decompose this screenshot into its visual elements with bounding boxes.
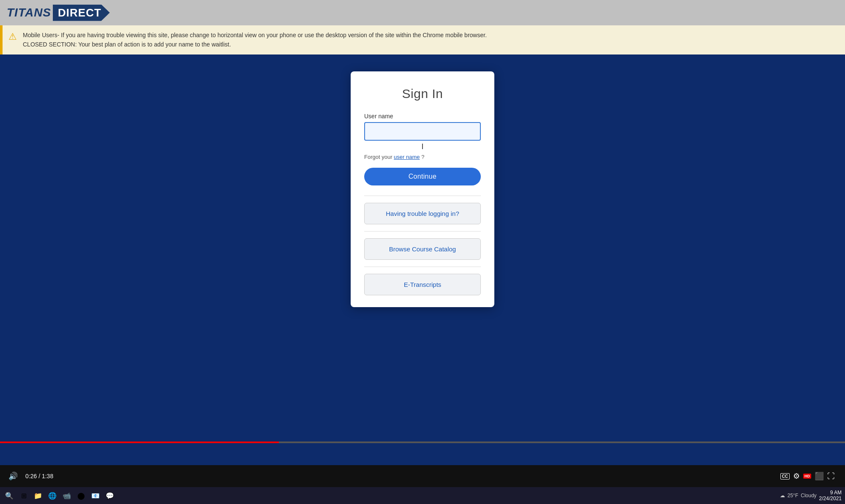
warning-icon: ⚠ xyxy=(8,31,17,42)
taskbar-edge-icon[interactable]: 🌐 xyxy=(46,490,58,501)
taskbar-weather: ☁ 25°F Cloudy xyxy=(780,493,817,499)
taskbar-search-icon[interactable]: 🔍 xyxy=(3,490,15,501)
progress-fill xyxy=(0,441,279,443)
cc-icon[interactable]: CC xyxy=(780,473,790,479)
time-total: 1:38 xyxy=(42,473,53,479)
browse-catalog-button[interactable]: Browse Course Catalog xyxy=(364,238,481,260)
signin-card: Sign In User name I Forgot your user nam… xyxy=(351,71,494,307)
video-sys-icons: CC ⚙ HD ⬛ ⛶ xyxy=(780,471,835,481)
taskbar-widgets-icon[interactable]: ⊞ xyxy=(18,490,30,501)
logo-titans: TITANS xyxy=(7,6,51,19)
forgot-prefix: Forgot your xyxy=(364,154,394,160)
etranscripts-button[interactable]: E-Transcripts xyxy=(364,274,481,295)
taskbar: 🔍 ⊞ 📁 🌐 📹 ⬤ 📧 💬 ☁ 25°F Cloudy 9 AM 2/24/… xyxy=(0,487,845,504)
logo-direct-wrapper: DIRECT xyxy=(53,5,110,21)
fullscreen-icon[interactable]: ⛶ xyxy=(827,472,835,481)
divider2 xyxy=(364,231,481,232)
divider1 xyxy=(364,196,481,196)
taskbar-zoom-icon[interactable]: 📹 xyxy=(61,490,73,501)
header: TITANS DIRECT xyxy=(0,0,845,25)
signin-title: Sign In xyxy=(364,87,481,101)
weather-icon: ☁ xyxy=(780,493,785,499)
taskbar-explorer-icon[interactable]: 📁 xyxy=(32,490,44,501)
forgot-text: Forgot your user name ? xyxy=(364,154,481,160)
alert-banner: ⚠ Mobile Users- If you are having troubl… xyxy=(0,25,845,54)
volume-icon[interactable]: 🔊 xyxy=(7,471,19,482)
username-label: User name xyxy=(364,113,481,120)
taskbar-msg-icon[interactable]: 💬 xyxy=(104,490,116,501)
clock-date: 2/24/2021 xyxy=(819,496,842,501)
divider3 xyxy=(364,267,481,267)
hd-badge: HD xyxy=(803,474,811,479)
taskbar-outlook-icon[interactable]: 📧 xyxy=(90,490,101,501)
alert-line1: Mobile Users- If you are having trouble … xyxy=(23,30,487,40)
forgot-suffix: ? xyxy=(420,154,425,160)
video-time: 0:26 / 1:38 xyxy=(25,473,53,479)
trouble-login-button[interactable]: Having trouble logging in? xyxy=(364,203,481,224)
weather-temp: 25°F xyxy=(788,493,798,499)
taskbar-chrome-icon[interactable]: ⬤ xyxy=(75,490,87,501)
settings-icon[interactable]: ⚙ xyxy=(793,471,800,481)
username-input[interactable] xyxy=(364,122,481,141)
logo-direct: DIRECT xyxy=(53,5,110,21)
video-progress-bar[interactable] xyxy=(0,441,845,443)
cursor-indicator: I xyxy=(364,142,481,151)
time-current: 0:26 xyxy=(25,473,37,479)
alert-line2: CLOSED SECTION: Your best plan of action… xyxy=(23,40,487,49)
main-content: Sign In User name I Forgot your user nam… xyxy=(0,54,845,465)
continue-button[interactable]: Continue xyxy=(364,168,481,185)
logo: TITANS DIRECT xyxy=(7,5,110,21)
theater-icon[interactable]: ⬛ xyxy=(815,471,824,481)
clock-time: 9 AM xyxy=(819,490,842,496)
video-controls: 🔊 0:26 / 1:38 CC ⚙ HD ⬛ ⛶ xyxy=(0,465,845,487)
alert-text: Mobile Users- If you are having trouble … xyxy=(23,30,487,49)
forgot-username-link[interactable]: user name xyxy=(394,154,420,160)
weather-condition: Cloudy xyxy=(801,493,816,499)
time-separator: / xyxy=(38,473,42,479)
taskbar-time: 9 AM 2/24/2021 xyxy=(819,490,842,501)
